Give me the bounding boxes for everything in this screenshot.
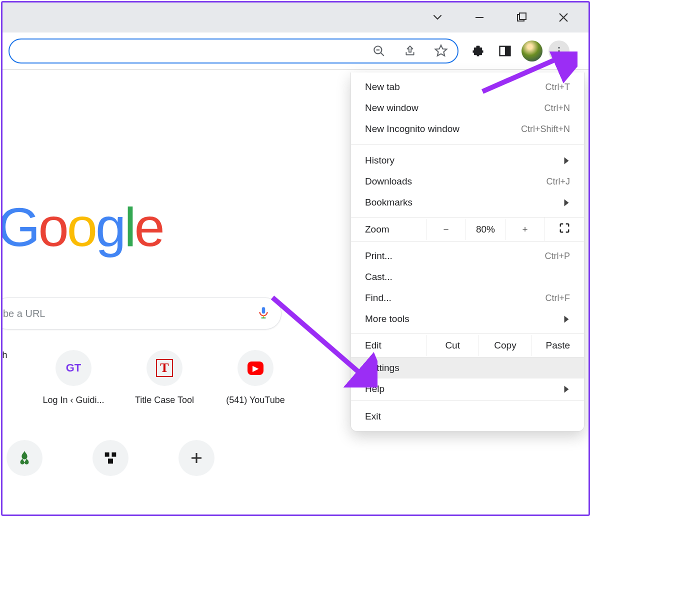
menu-edit: Edit Cut Copy Paste	[351, 334, 584, 358]
menu-help[interactable]: Help	[351, 378, 584, 400]
logo-g: G	[1, 195, 38, 258]
svg-rect-18	[108, 458, 113, 464]
profile-avatar[interactable]	[522, 40, 542, 62]
menu-label: Edit	[351, 334, 426, 357]
chrome-menu: New tab Ctrl+T New window Ctrl+N New Inc…	[350, 72, 584, 432]
logo-e: e	[134, 195, 163, 258]
shortcut-item[interactable]: GT Log In ‹ Guidi...	[38, 350, 108, 406]
menu-new-window[interactable]: New window Ctrl+N	[351, 98, 584, 118]
search-placeholder: be a URL	[3, 308, 46, 320]
menu-label: Exit	[365, 411, 381, 422]
chevron-right-icon	[564, 386, 569, 392]
more-menu-button[interactable]	[548, 40, 570, 62]
svg-rect-17	[112, 452, 116, 457]
zoom-value: 80%	[466, 219, 505, 240]
svg-point-10	[558, 46, 560, 48]
minimize-button[interactable]	[468, 6, 490, 28]
chevron-right-icon	[564, 316, 569, 322]
logo-o: o	[67, 195, 96, 258]
logo-o: o	[38, 195, 67, 258]
add-shortcut-button[interactable]	[178, 440, 214, 476]
edit-copy-button[interactable]: Copy	[478, 335, 531, 356]
menu-history[interactable]: History	[351, 150, 584, 171]
menu-label: Print...	[365, 250, 392, 262]
fullscreen-button[interactable]	[544, 218, 584, 241]
shortcut-label: Title Case Tool	[130, 395, 200, 406]
zoom-out-icon[interactable]	[368, 40, 390, 62]
svg-rect-9	[505, 46, 510, 56]
menu-shortcut: Ctrl+P	[544, 251, 570, 262]
shortcut-label: Log In ‹ Guidi...	[38, 395, 108, 406]
shortcut-icon: ▶	[238, 350, 274, 386]
shortcut-item[interactable]: ▶ (541) YouTube	[220, 350, 290, 406]
zoom-in-button[interactable]: +	[505, 219, 544, 240]
svg-rect-2	[520, 13, 526, 20]
menu-print[interactable]: Print... Ctrl+P	[351, 246, 584, 266]
maximize-button[interactable]	[510, 6, 532, 28]
menu-settings[interactable]: Settings	[351, 358, 584, 378]
microphone-icon[interactable]	[257, 306, 270, 322]
menu-label: Cast...	[365, 272, 392, 282]
menu-more-tools[interactable]: More tools	[351, 308, 584, 330]
zoom-out-button[interactable]: −	[426, 219, 466, 240]
menu-incognito[interactable]: New Incognito window Ctrl+Shift+N	[351, 118, 584, 140]
toolbar	[2, 32, 588, 70]
menu-label: New window	[365, 102, 418, 114]
titlebar	[2, 2, 588, 32]
shortcut-label: ch	[1, 350, 18, 360]
google-logo: G o o g l e	[1, 195, 163, 258]
shortcut-item[interactable]	[92, 440, 128, 476]
menu-shortcut: Ctrl+Shift+N	[521, 124, 570, 134]
menu-label: Zoom	[351, 218, 426, 241]
chevron-right-icon	[564, 157, 569, 164]
side-panel-icon[interactable]	[494, 40, 516, 62]
shortcut-icon: T	[146, 350, 182, 386]
shortcuts-row: ch GT Log In ‹ Guidi... T Title Case Too…	[1, 350, 290, 406]
browser-window: G o o g l e be a URL ch GT Log In ‹ Guid…	[1, 1, 590, 516]
menu-shortcut: Ctrl+F	[546, 293, 570, 304]
menu-label: History	[365, 155, 394, 166]
svg-rect-13	[262, 307, 266, 314]
svg-line-6	[380, 52, 384, 56]
menu-find[interactable]: Find... Ctrl+F	[351, 288, 584, 308]
search-box[interactable]: be a URL	[1, 298, 282, 330]
menu-shortcut: Ctrl+J	[546, 176, 570, 187]
menu-label: Settings	[365, 362, 400, 374]
address-bar[interactable]	[8, 38, 458, 64]
menu-zoom: Zoom − 80% +	[351, 217, 584, 242]
menu-downloads[interactable]: Downloads Ctrl+J	[351, 171, 584, 192]
menu-label: New tab	[365, 82, 400, 92]
menu-exit[interactable]: Exit	[351, 406, 584, 427]
menu-new-tab[interactable]: New tab Ctrl+T	[351, 76, 584, 98]
bookmark-star-icon[interactable]	[430, 40, 452, 62]
menu-label: More tools	[365, 314, 410, 324]
chevron-right-icon	[564, 199, 569, 206]
svg-point-11	[558, 50, 560, 52]
close-button[interactable]	[552, 6, 574, 28]
shortcuts-row-2	[6, 440, 214, 476]
shortcut-icon: GT	[56, 350, 92, 386]
logo-l: l	[124, 195, 134, 258]
menu-cast[interactable]: Cast...	[351, 266, 584, 288]
menu-label: Help	[365, 384, 384, 394]
edit-paste-button[interactable]: Paste	[532, 335, 584, 356]
menu-shortcut: Ctrl+T	[546, 82, 570, 92]
menu-bookmarks[interactable]: Bookmarks	[351, 192, 584, 213]
shortcut-item[interactable]	[6, 440, 42, 476]
logo-g: g	[96, 195, 124, 258]
menu-label: Bookmarks	[365, 197, 412, 208]
menu-label: Find...	[365, 292, 392, 304]
menu-shortcut: Ctrl+N	[544, 103, 570, 114]
shortcut-item[interactable]: ch	[1, 350, 18, 360]
svg-rect-16	[105, 452, 110, 457]
shortcut-item[interactable]: T Title Case Tool	[130, 350, 200, 406]
shortcut-label: (541) YouTube	[220, 395, 290, 406]
share-icon[interactable]	[400, 40, 420, 62]
menu-label: Downloads	[365, 176, 412, 187]
extensions-icon[interactable]	[468, 40, 488, 62]
menu-label: New Incognito window	[365, 124, 460, 134]
svg-point-12	[558, 53, 560, 55]
tab-dropdown-button[interactable]	[426, 6, 448, 28]
edit-cut-button[interactable]: Cut	[426, 335, 478, 356]
